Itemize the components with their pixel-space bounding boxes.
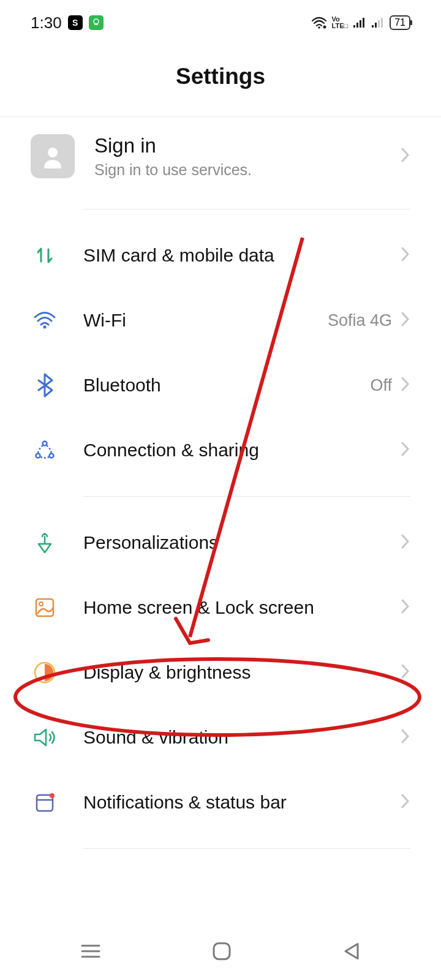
personalizations-icon: [31, 530, 59, 555]
svg-point-15: [43, 533, 46, 535]
svg-rect-4: [360, 20, 361, 28]
volte-icon: VoLTE□: [332, 16, 349, 29]
nav-bar: [0, 925, 441, 980]
nav-home-icon[interactable]: [211, 941, 232, 964]
display-label: Display & brightness: [83, 662, 401, 683]
row-sim[interactable]: SIM card & mobile data: [0, 223, 441, 288]
chevron-right-icon: [401, 311, 410, 330]
sound-icon: [31, 727, 59, 748]
svg-point-1: [323, 26, 326, 29]
row-personalizations[interactable]: Personalizations: [0, 510, 441, 575]
notif-icon-shop: S: [68, 15, 83, 30]
status-bar: 1:30 S VoLTE□ 71: [0, 0, 441, 43]
divider: [83, 496, 410, 497]
sim-label: SIM card & mobile data: [83, 245, 401, 266]
signin-title: Sign in: [94, 134, 401, 157]
home-label: Home screen & Lock screen: [83, 597, 401, 618]
row-notifications[interactable]: Notifications & status bar: [0, 770, 441, 835]
wifi-label: Wi-Fi: [83, 310, 328, 331]
svg-rect-24: [214, 943, 230, 959]
svg-rect-19: [37, 795, 53, 811]
notifications-icon: [31, 791, 59, 813]
notifications-label: Notifications & status bar: [83, 792, 401, 813]
home-screen-icon: [31, 597, 59, 619]
wifi-icon: [31, 311, 59, 330]
sharing-icon: [31, 439, 59, 462]
signal-icon-1: [353, 17, 366, 28]
divider: [83, 209, 410, 209]
svg-rect-16: [36, 599, 53, 616]
chevron-right-icon: [401, 375, 410, 395]
chevron-right-icon: [401, 440, 410, 460]
sound-label: Sound & vibration: [83, 727, 401, 748]
wifi-status-icon: [311, 17, 327, 29]
row-bluetooth[interactable]: Bluetooth Off: [0, 353, 441, 418]
status-time: 1:30: [31, 13, 62, 32]
row-wifi[interactable]: Wi-Fi Sofia 4G: [0, 288, 441, 353]
signal-icon-2: [371, 17, 385, 28]
status-left: 1:30 S: [31, 13, 104, 32]
chevron-right-icon: [401, 793, 410, 812]
bluetooth-value: Off: [370, 376, 392, 395]
row-sound[interactable]: Sound & vibration: [0, 705, 441, 770]
svg-point-13: [36, 454, 40, 458]
svg-point-0: [318, 26, 320, 29]
svg-point-20: [50, 793, 55, 798]
svg-rect-6: [372, 25, 374, 28]
chevron-right-icon: [401, 598, 410, 617]
chevron-right-icon: [401, 728, 410, 747]
chevron-right-icon: [401, 533, 410, 552]
svg-point-11: [43, 326, 47, 329]
settings-list: Sign in Sign in to use services. SIM car…: [0, 117, 441, 849]
avatar-icon: [31, 134, 75, 178]
battery-indicator: 71: [390, 15, 410, 30]
svg-rect-8: [378, 20, 380, 28]
chevron-right-icon: [401, 663, 410, 682]
display-icon: [31, 661, 59, 684]
svg-rect-7: [375, 23, 377, 28]
svg-rect-5: [363, 18, 364, 28]
page-header: Settings: [0, 43, 441, 117]
divider: [83, 848, 410, 849]
svg-rect-3: [356, 23, 358, 28]
wifi-value: Sofia 4G: [328, 311, 392, 330]
page-title: Settings: [0, 64, 441, 89]
svg-rect-9: [381, 18, 383, 28]
personalizations-label: Personalizations: [83, 532, 401, 553]
svg-point-10: [48, 148, 58, 157]
svg-rect-2: [353, 25, 355, 28]
status-right: VoLTE□ 71: [311, 15, 410, 30]
bluetooth-icon: [31, 373, 59, 398]
svg-point-12: [43, 442, 47, 446]
signin-subtitle: Sign in to use services.: [94, 161, 401, 179]
mobile-data-icon: [31, 244, 59, 266]
notif-icon-app: [89, 15, 104, 30]
row-home-lock[interactable]: Home screen & Lock screen: [0, 575, 441, 640]
row-signin[interactable]: Sign in Sign in to use services.: [0, 117, 441, 195]
chevron-right-icon: [401, 146, 410, 166]
nav-back-icon[interactable]: [342, 941, 361, 963]
bluetooth-label: Bluetooth: [83, 375, 370, 396]
row-display[interactable]: Display & brightness: [0, 640, 441, 705]
connection-label: Connection & sharing: [83, 440, 401, 461]
svg-point-17: [39, 602, 43, 606]
svg-point-14: [50, 454, 54, 458]
row-connection[interactable]: Connection & sharing: [0, 418, 441, 483]
nav-recents-icon[interactable]: [80, 942, 102, 963]
chevron-right-icon: [401, 246, 410, 265]
